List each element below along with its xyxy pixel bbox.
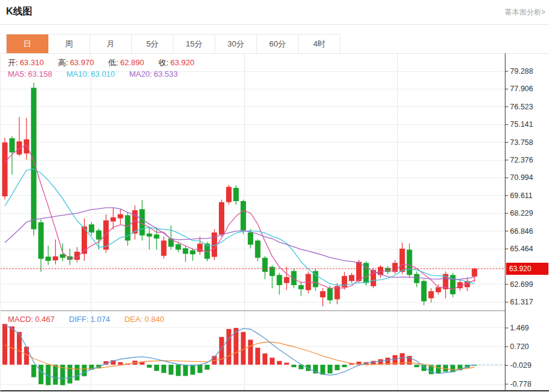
ma5-value: 63.158 (28, 69, 52, 79)
high-label: 高: (58, 58, 68, 67)
svg-text:70.994: 70.994 (510, 173, 533, 182)
svg-text:68.229: 68.229 (510, 209, 533, 217)
tab-week[interactable]: 周 (48, 34, 90, 54)
ma20-label: MA20: (129, 69, 152, 79)
close-label: 收: (158, 58, 169, 67)
close-value: 63.920 (171, 58, 195, 67)
page-header: K线图 基本面分析> (0, 0, 549, 25)
tab-30min[interactable]: 30分 (215, 34, 257, 54)
tab-month[interactable]: 月 (90, 34, 132, 54)
tab-5min[interactable]: 5分 (132, 34, 174, 54)
tab-60min[interactable]: 60分 (257, 34, 299, 54)
current-price-badge: 63.920 (506, 263, 548, 275)
svg-text:65.464: 65.464 (510, 245, 533, 253)
ma10-label: MA10: (67, 69, 89, 79)
tab-15min[interactable]: 15分 (174, 34, 215, 54)
ma5-label: MA5: (8, 69, 26, 79)
open-label: 开: (8, 58, 18, 67)
tab-4hour[interactable]: 4时 (299, 34, 340, 54)
high-value: 63.970 (70, 58, 94, 67)
ma-legend: MA5:63.158 MA10:63.010 MA20:63.533 (8, 69, 180, 79)
page-title: K线图 (6, 5, 33, 18)
tab-day[interactable]: 日 (7, 34, 48, 54)
diff-label: DIFF: (69, 315, 89, 324)
svg-text:61.317: 61.317 (510, 298, 533, 306)
ma20-value: 63.533 (154, 69, 178, 79)
open-value: 63.310 (20, 58, 44, 67)
macd-label: MACD: (8, 315, 33, 324)
diff-value: 1.074 (91, 315, 111, 324)
ohlc-legend: 开:63.310 高:63.970 低:62.890 收:63.920 (8, 57, 196, 68)
fundamental-analysis-link[interactable]: 基本面分析> (505, 7, 545, 18)
svg-text:66.846: 66.846 (510, 227, 533, 236)
low-label: 低: (108, 58, 119, 67)
low-value: 62.890 (120, 58, 145, 67)
ma10-value: 63.010 (91, 69, 115, 79)
svg-text:1.469: 1.469 (510, 324, 529, 332)
svg-text:69.611: 69.611 (510, 191, 533, 200)
interval-tabbar: 日 周 月 5分 15分 30分 60分 4时 (6, 34, 340, 54)
svg-text:75.141: 75.141 (510, 120, 533, 129)
svg-text:76.523: 76.523 (510, 103, 533, 111)
dea-value: 0.840 (145, 315, 164, 324)
svg-text:62.699: 62.699 (510, 280, 533, 289)
macd-legend: MACD:0.467 DIFF:1.074 DEA:0.840 (8, 315, 166, 324)
svg-text:72.376: 72.376 (510, 156, 533, 164)
kline-chart-canvas[interactable]: 79.28877.90676.52375.14173.75872.37670.9… (0, 53, 549, 392)
svg-text:-0.778: -0.778 (510, 380, 531, 388)
dea-label: DEA: (125, 315, 143, 324)
svg-text:73.758: 73.758 (510, 138, 533, 147)
macd-value: 0.467 (35, 315, 55, 324)
svg-text:-0.029: -0.029 (510, 361, 531, 370)
svg-text:77.906: 77.906 (510, 85, 533, 93)
svg-text:0.720: 0.720 (510, 342, 529, 351)
svg-text:79.288: 79.288 (510, 67, 533, 76)
